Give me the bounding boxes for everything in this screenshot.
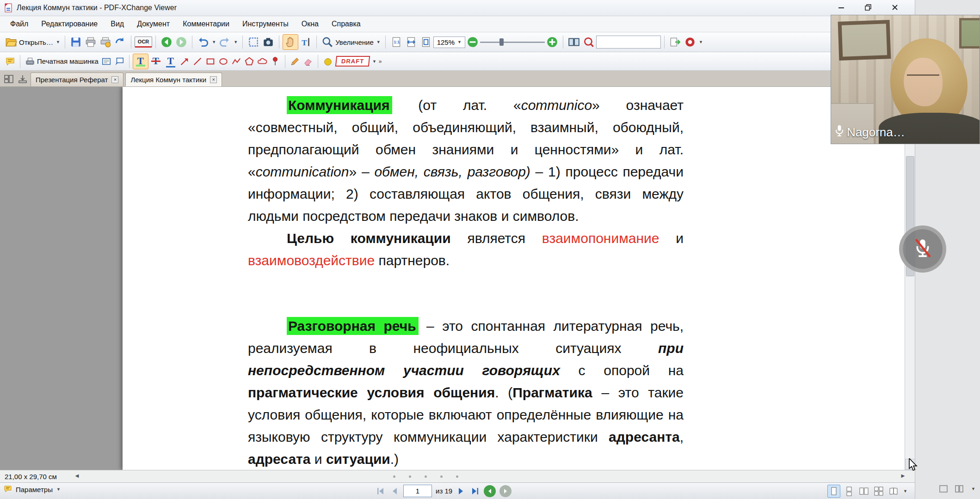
panel-toggle-icon-2[interactable] — [18, 74, 27, 84]
previous-view-button[interactable] — [159, 35, 174, 49]
layout-single-button[interactable] — [827, 485, 840, 498]
chevron-down-icon: ▼ — [372, 59, 376, 64]
select-region-button[interactable] — [246, 35, 261, 49]
print-setup-button[interactable] — [98, 35, 113, 49]
document-pane[interactable]: Коммуникация (от лат. «communico» означа… — [0, 87, 915, 470]
background-app-icon-2[interactable] — [955, 484, 964, 493]
open-button[interactable]: Открыть… ▼ — [4, 35, 62, 49]
panel-toggle-icon-1[interactable] — [4, 74, 13, 84]
first-page-button[interactable] — [376, 486, 386, 496]
zoom-slider[interactable] — [480, 37, 545, 47]
hscroll-left-icon[interactable]: ◄ — [74, 472, 80, 479]
eraser-tool-button[interactable] — [302, 55, 314, 68]
menu-edit[interactable]: Редактирование — [35, 18, 104, 30]
chevron-down-icon: ▼ — [234, 40, 238, 44]
fit-width-button[interactable] — [404, 35, 419, 49]
menu-file[interactable]: Файл — [4, 18, 35, 30]
share-button[interactable] — [113, 35, 128, 49]
paragraph: Целью коммуникации является взаимопонима… — [248, 227, 684, 272]
export-button[interactable] — [668, 35, 683, 49]
next-page-button[interactable] — [456, 486, 466, 496]
text-box-button[interactable] — [100, 55, 113, 68]
rectangle-tool-button[interactable] — [204, 55, 217, 68]
oval-tool-button[interactable] — [217, 55, 230, 68]
panes-button[interactable] — [567, 35, 581, 49]
select-text-button[interactable]: T — [298, 35, 313, 49]
background-app-icon-1[interactable] — [939, 484, 948, 493]
menu-view[interactable]: Вид — [104, 18, 130, 30]
polyline-tool-button[interactable] — [230, 55, 243, 68]
layout-two-up-continuous-button[interactable] — [873, 485, 885, 497]
underline-text-button[interactable]: Т — [163, 54, 178, 69]
save-button[interactable] — [68, 35, 83, 49]
zoom-in-button[interactable] — [545, 35, 560, 49]
menu-help[interactable]: Справка — [325, 18, 367, 30]
strikeout-text-icon: Т — [150, 55, 162, 67]
menu-windows[interactable]: Окна — [295, 18, 325, 30]
zoom-level-select[interactable]: 125%▼ — [433, 37, 465, 48]
tab-lekcia-kommun-taktiki[interactable]: Лекция Коммун тактики × — [125, 73, 222, 86]
text-segment: communico — [521, 97, 592, 113]
history-forward-button[interactable] — [499, 485, 512, 497]
color-swatch-button[interactable] — [321, 55, 334, 68]
text-segment: с опорой на — [560, 363, 684, 378]
page-number-input[interactable] — [403, 485, 432, 497]
muted-microphone-button[interactable] — [899, 225, 946, 273]
redo-button[interactable]: ▼ — [217, 35, 239, 49]
fit-page-button[interactable] — [419, 35, 433, 49]
tab-presentation-referat[interactable]: Презентация Реферат × — [31, 73, 123, 86]
menu-document[interactable]: Документ — [130, 18, 176, 30]
undo-button[interactable]: ▼ — [196, 35, 217, 49]
close-button[interactable] — [881, 1, 908, 14]
hand-tool-button[interactable] — [283, 34, 298, 50]
stamp-draft-button[interactable]: DRAFT ▼ — [334, 55, 378, 68]
snapshot-button[interactable] — [261, 35, 276, 49]
sticky-note-button[interactable] — [4, 55, 17, 68]
tab-close-icon[interactable]: × — [210, 76, 217, 83]
page-size-label: 21,00 x 29,70 см — [5, 473, 57, 481]
last-page-button[interactable] — [470, 486, 480, 496]
layout-two-up-button[interactable] — [858, 485, 870, 497]
minimize-button[interactable] — [828, 1, 855, 14]
loupe-button[interactable] — [581, 35, 596, 49]
hscroll-right-icon[interactable]: ► — [900, 472, 906, 479]
horizontal-scrollbar-row[interactable]: 21,00 x 29,70 см ◄ ► — [0, 470, 915, 482]
polygon-tool-button[interactable] — [243, 55, 256, 68]
pdf-tools-button[interactable]: ▼ — [683, 35, 704, 49]
toolbar-overflow-icon[interactable]: » — [379, 58, 382, 65]
zoom-out-button[interactable] — [465, 35, 480, 49]
options-button[interactable]: Параметры ▼ — [4, 485, 61, 494]
typewriter-button[interactable]: Печатная машинка — [24, 55, 100, 68]
webcam-tile[interactable]: Nagorna… — [831, 15, 980, 144]
print-button[interactable] — [83, 35, 98, 49]
callout-button[interactable] — [113, 55, 126, 68]
cloud-tool-button[interactable] — [256, 55, 269, 68]
tab-close-icon[interactable]: × — [111, 76, 118, 83]
ocr-button[interactable]: OCR — [135, 37, 152, 48]
zoom-tool-button[interactable]: Увеличение ▼ — [320, 35, 382, 49]
layout-book-button[interactable] — [888, 485, 900, 497]
highlight-text-button[interactable]: Т — [133, 54, 148, 69]
toolbar-separator — [20, 55, 20, 68]
arrow-tool-button[interactable] — [178, 55, 191, 68]
next-view-button[interactable] — [174, 35, 189, 49]
pin-tool-button[interactable] — [269, 55, 282, 68]
pencil-tool-button[interactable] — [289, 55, 302, 68]
layout-continuous-button[interactable] — [843, 485, 855, 497]
conference-app-controls: ▼ — [939, 484, 975, 493]
search-input[interactable] — [596, 36, 661, 49]
zoom-slider-track — [480, 42, 545, 43]
strikeout-text-button[interactable]: Т — [148, 54, 163, 69]
menu-tools[interactable]: Инструменты — [236, 18, 295, 30]
vertical-scrollbar[interactable]: ▲ ▼ — [905, 87, 915, 470]
line-tool-button[interactable] — [191, 55, 204, 68]
fit-actual-button[interactable]: 1:1 — [389, 35, 404, 49]
zoom-slider-thumb[interactable] — [499, 38, 504, 46]
chevron-down-icon[interactable]: ▼ — [903, 489, 907, 493]
restore-button[interactable] — [855, 1, 881, 14]
history-back-button[interactable] — [484, 485, 496, 497]
chevron-down-icon[interactable]: ▼ — [971, 487, 975, 491]
mouse-cursor — [908, 458, 919, 473]
menu-comments[interactable]: Комментарии — [176, 18, 236, 30]
previous-page-button[interactable] — [389, 486, 400, 496]
